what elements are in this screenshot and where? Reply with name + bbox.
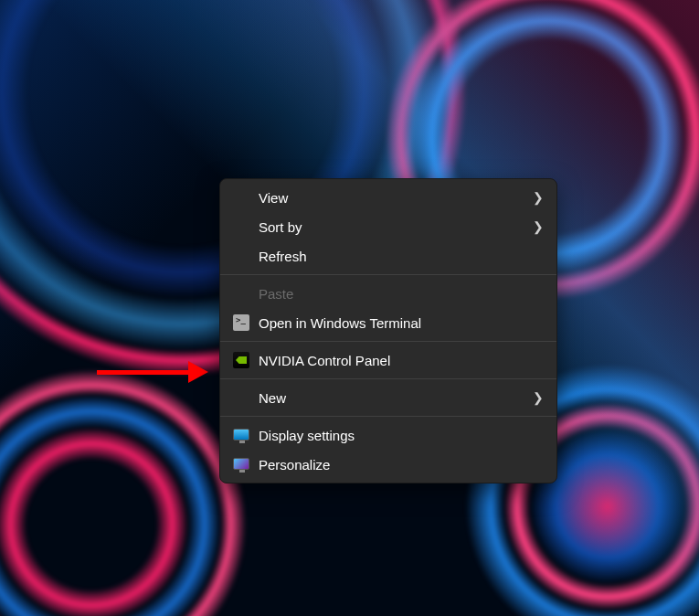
menu-label: New [259, 390, 533, 406]
menu-label: Personalize [259, 457, 544, 473]
menu-label: Paste [259, 286, 544, 302]
menu-separator [220, 274, 556, 275]
menu-label: NVIDIA Control Panel [259, 353, 544, 368]
menu-item-personalize[interactable]: Personalize [220, 450, 556, 479]
annotation-arrow [97, 361, 208, 383]
display-icon [233, 430, 259, 441]
chevron-right-icon: ❯ [533, 219, 544, 234]
menu-label: Refresh [259, 249, 544, 264]
menu-label: Display settings [259, 428, 544, 443]
chevron-right-icon: ❯ [533, 390, 544, 405]
menu-item-sort-by[interactable]: Sort by ❯ [220, 212, 556, 241]
menu-item-refresh[interactable]: Refresh [220, 241, 556, 271]
menu-label: Open in Windows Terminal [259, 315, 544, 331]
menu-separator [220, 416, 556, 417]
menu-item-paste: Paste [220, 279, 556, 308]
menu-item-nvidia-control-panel[interactable]: NVIDIA Control Panel [220, 345, 556, 375]
menu-item-open-terminal[interactable]: Open in Windows Terminal [220, 308, 556, 337]
menu-label: Sort by [259, 219, 533, 235]
nvidia-icon [233, 352, 259, 368]
menu-separator [220, 378, 556, 379]
menu-separator [220, 341, 556, 342]
menu-item-display-settings[interactable]: Display settings [220, 420, 556, 450]
menu-item-view[interactable]: View ❯ [220, 183, 556, 212]
menu-item-new[interactable]: New ❯ [220, 383, 556, 412]
desktop-wallpaper[interactable]: View ❯ Sort by ❯ Refresh Paste Open in W… [0, 0, 699, 616]
chevron-right-icon: ❯ [533, 190, 544, 205]
personalize-icon [233, 460, 259, 470]
desktop-context-menu: View ❯ Sort by ❯ Refresh Paste Open in W… [219, 178, 557, 483]
menu-label: View [259, 190, 533, 206]
terminal-icon [233, 314, 259, 331]
